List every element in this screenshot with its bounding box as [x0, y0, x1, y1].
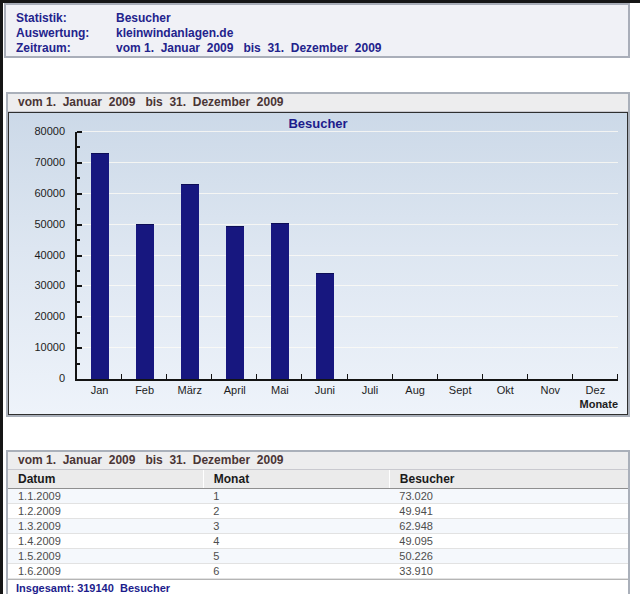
summary-row-auswertung: Auswertung:kleinwindanlagen.de — [16, 26, 628, 41]
y-tick-label: 10000 — [34, 341, 65, 353]
chart-panel: Besucher 0100002000030000400005000060000… — [8, 112, 628, 415]
x-tick-label: Nov — [528, 384, 573, 396]
plot-area — [75, 132, 618, 381]
summary-row-statistik: Statistik:Besucher — [16, 11, 628, 26]
table-cell: 1.1.2009 — [8, 489, 203, 504]
y-major-tick — [77, 162, 82, 164]
gridline — [77, 347, 618, 348]
statistik-label: Statistik: — [16, 11, 116, 26]
bar-mai — [271, 223, 289, 379]
table-section-header: vom 1. Januar 2009 bis 31. Dezember 2009 — [8, 452, 628, 470]
gridline — [77, 131, 618, 132]
x-tick-label: Aug — [393, 384, 438, 396]
table-cell: 2 — [203, 504, 389, 519]
bar-april — [226, 226, 244, 379]
x-tick — [572, 374, 573, 379]
table-cell: 6 — [203, 564, 389, 579]
table-header-row: DatumMonatBesucher — [8, 470, 628, 489]
table-cell: 1 — [203, 489, 389, 504]
table-row: 1.5.2009550.226 — [8, 549, 628, 564]
summary-row-zeitraum: Zeitraum:vom 1. Januar 2009 bis 31. Deze… — [16, 41, 628, 56]
y-axis-labels: 0100002000030000400005000060000700008000… — [9, 132, 69, 379]
table-cell: 62.948 — [389, 519, 628, 534]
y-minor-tick — [77, 270, 80, 272]
y-minor-tick — [77, 146, 80, 148]
y-tick-label: 0 — [59, 372, 65, 384]
stats-page: Statistik:Besucher Auswertung:kleinwinda… — [0, 0, 640, 594]
table-cell: 5 — [203, 549, 389, 564]
gridline — [77, 255, 618, 256]
gridline — [77, 162, 618, 163]
table-row: 1.1.2009173.020 — [8, 489, 628, 504]
x-tick — [121, 374, 122, 379]
gridline — [77, 316, 618, 317]
table-cell: 1.4.2009 — [8, 534, 203, 549]
y-minor-tick — [77, 239, 80, 241]
table-cell: 3 — [203, 519, 389, 534]
y-minor-tick — [77, 177, 80, 179]
auswertung-value: kleinwindanlagen.de — [116, 26, 233, 40]
x-tick — [392, 374, 393, 379]
bar-jan — [91, 153, 109, 379]
x-tick-label: Okt — [483, 384, 528, 396]
table-section: vom 1. Januar 2009 bis 31. Dezember 2009… — [6, 450, 630, 594]
y-tick-label: 80000 — [34, 125, 65, 137]
chart-section-header: vom 1. Januar 2009 bis 31. Dezember 2009 — [8, 94, 628, 112]
y-minor-tick — [77, 301, 80, 303]
column-header-besucher: Besucher — [389, 470, 628, 489]
table-row: 1.4.2009449.095 — [8, 534, 628, 549]
y-major-tick — [77, 347, 82, 349]
y-minor-tick — [77, 332, 80, 334]
chart-section: vom 1. Januar 2009 bis 31. Dezember 2009… — [6, 92, 630, 417]
zeitraum-value: vom 1. Januar 2009 bis 31. Dezember 2009 — [116, 41, 381, 55]
y-tick-label: 40000 — [34, 249, 65, 261]
auswertung-label: Auswertung: — [16, 26, 116, 41]
table-cell: 50.226 — [389, 549, 628, 564]
y-major-tick — [77, 316, 82, 318]
x-axis-title: Monate — [580, 398, 619, 410]
x-tick — [256, 374, 257, 379]
visitors-table: DatumMonatBesucher 1.1.2009173.0201.2.20… — [8, 470, 628, 579]
table-cell: 73.020 — [389, 489, 628, 504]
y-tick-label: 50000 — [34, 218, 65, 230]
table-cell: 33.910 — [389, 564, 628, 579]
statistik-value: Besucher — [116, 11, 171, 25]
table-row: 1.6.2009633.910 — [8, 564, 628, 579]
bar-juni — [316, 273, 334, 379]
table-body: 1.1.2009173.0201.2.2009249.9411.3.200936… — [8, 489, 628, 579]
y-tick-label: 30000 — [34, 279, 65, 291]
zeitraum-label: Zeitraum: — [16, 41, 116, 56]
table-cell: 1.3.2009 — [8, 519, 203, 534]
left-border-bar — [0, 0, 3, 594]
y-major-tick — [77, 193, 82, 195]
gridline — [77, 285, 618, 286]
y-major-tick — [77, 285, 82, 287]
x-tick-label: Feb — [122, 384, 167, 396]
x-tick — [617, 374, 618, 379]
y-tick-label: 60000 — [34, 187, 65, 199]
x-tick-label: Juni — [302, 384, 347, 396]
table-row: 1.2.2009249.941 — [8, 504, 628, 519]
y-tick-label: 20000 — [34, 310, 65, 322]
x-tick-label: Juli — [347, 384, 392, 396]
x-tick — [301, 374, 302, 379]
y-minor-tick — [77, 208, 80, 210]
x-tick-label: Sept — [438, 384, 483, 396]
y-major-tick — [77, 255, 82, 257]
table-cell: 49.941 — [389, 504, 628, 519]
column-header-monat: Monat — [203, 470, 389, 489]
x-tick — [482, 374, 483, 379]
x-tick-label: März — [167, 384, 212, 396]
x-tick — [166, 374, 167, 379]
table-cell: 4 — [203, 534, 389, 549]
table-row: 1.3.2009362.948 — [8, 519, 628, 534]
summary-panel: Statistik:Besucher Auswertung:kleinwinda… — [4, 3, 630, 58]
x-tick — [211, 374, 212, 379]
column-header-datum: Datum — [8, 470, 203, 489]
x-tick-label: Mai — [257, 384, 302, 396]
bar-feb — [136, 224, 154, 379]
table-cell: 1.2.2009 — [8, 504, 203, 519]
x-tick-label: April — [212, 384, 257, 396]
y-major-tick — [77, 131, 82, 133]
x-tick — [437, 374, 438, 379]
